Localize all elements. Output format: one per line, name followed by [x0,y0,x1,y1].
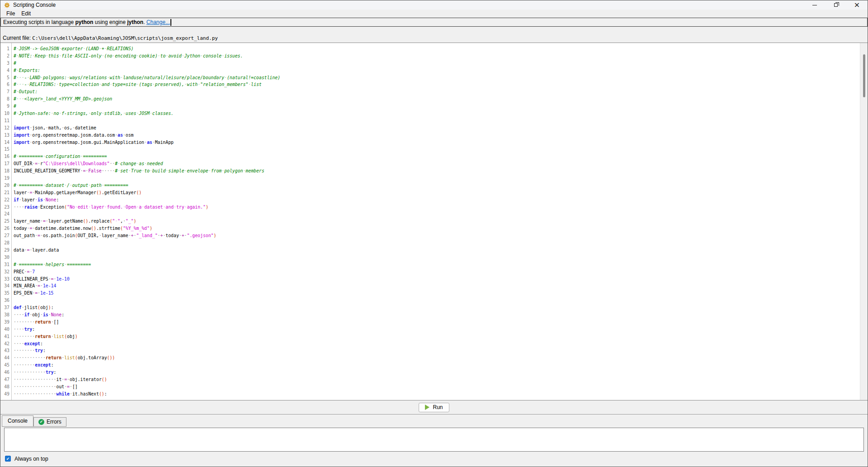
check-circle-icon: ✔ [38,419,44,425]
minimize-button[interactable] [804,0,825,10]
tab-console-label: Console [8,418,28,424]
current-file-label: Current file: [3,35,32,41]
line-numbers: 1234567891011121314151617181920212223242… [0,43,12,400]
text-caret [170,19,171,26]
window-controls: × [804,0,868,10]
scrollbar-thumb[interactable] [863,54,865,97]
engine-bar: Executing scripts in language python usi… [0,18,868,27]
run-button-label: Run [433,404,443,410]
menu-bar: File Edit [0,10,868,18]
always-on-top-checkbox[interactable]: ✔ [5,456,11,462]
engine-text-between: using engine [93,19,127,25]
scripting-console-window: Scripting Console × File Edit Executing … [0,0,868,467]
change-engine-link[interactable]: Change... [146,19,170,25]
run-button[interactable]: Run [419,403,449,412]
close-icon: × [854,2,860,8]
console-panel: Console ✔ Errors ✔ Always on top [0,414,868,467]
minimize-icon [812,5,817,5]
menu-file[interactable]: File [3,10,18,17]
tab-console[interactable]: Console [2,415,33,427]
current-file-path: C:\Users\dell\AppData\Roaming\JOSM\scrip… [32,35,218,41]
gear-icon [4,2,10,8]
code-editor[interactable]: 1234567891011121314151617181920212223242… [0,43,868,400]
restore-button[interactable] [825,0,846,10]
window-title: Scripting Console [13,2,56,8]
tab-errors-label: Errors [47,419,61,425]
restore-icon [834,3,838,7]
engine-language: python [75,19,93,25]
console-output[interactable] [4,428,864,452]
console-tabs: Console ✔ Errors [0,415,868,427]
engine-period: . [143,19,146,25]
menu-edit[interactable]: Edit [18,10,34,17]
tab-errors[interactable]: ✔ Errors [33,417,66,427]
close-button[interactable]: × [846,0,868,10]
title-bar[interactable]: Scripting Console × [0,0,868,10]
engine-text-before: Executing scripts in language [3,19,75,25]
bottom-bar: ✔ Always on top [0,452,868,467]
always-on-top-label: Always on top [14,456,48,462]
code-area[interactable]: #·JOSM·->·GeoJSON·exporter·(LAND·+·RELAT… [12,43,860,400]
current-file-row: Current file: C:\Users\dell\AppData\Roam… [0,27,868,43]
play-icon [425,405,429,410]
engine-name: jython [127,19,143,25]
vertical-scrollbar[interactable] [860,43,868,400]
run-row: Run [0,400,868,414]
